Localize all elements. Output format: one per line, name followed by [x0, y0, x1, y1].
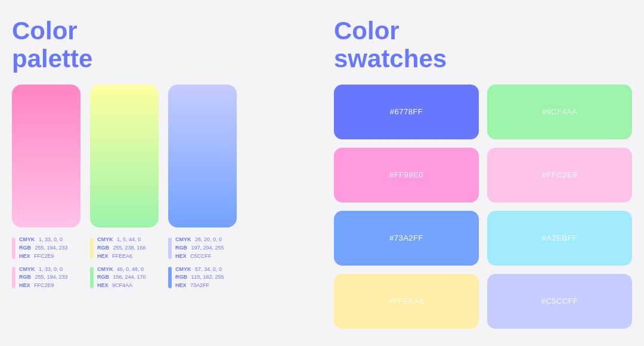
yellow-info-row: CMYK 1, 5, 44, 0 RGB 255, 238, 166 HEX F…	[90, 236, 159, 261]
pink-gradient-swatch	[12, 85, 80, 227]
yellow-green-gradient-swatch	[90, 85, 159, 227]
swatch-pink-bright: #FF99E0	[334, 148, 479, 202]
swatch-blue-dark: #6778FF	[334, 85, 479, 139]
blue-text: CMYK 57, 34, 0, 0 RGB 115, 162, 255 HEX …	[175, 266, 224, 291]
blue-light-dot	[168, 238, 172, 259]
pink-text-2: CMYK 1, 33, 0, 0 RGB 255, 194, 233 HEX F…	[19, 266, 68, 291]
swatch-yellow-light: #FFEEA6	[334, 274, 479, 329]
palette-swatches-row: CMYK 1, 33, 0, 0 RGB 255, 194, 233 HEX F…	[12, 85, 310, 295]
green-dot	[90, 267, 94, 288]
swatch-purple-light-label: #C5CCFF	[541, 297, 578, 306]
swatch-pink-bright-label: #FF99E0	[389, 170, 423, 179]
blue-dot	[168, 267, 172, 288]
green-text: CMYK 46, 0, 48, 0 RGB 156, 244, 170 HEX …	[97, 266, 146, 291]
color-palette-section: Color palette CMYK 1, 33, 0, 0 RGB 255, …	[12, 17, 310, 328]
pink-info-row-2: CMYK 1, 33, 0, 0 RGB 255, 194, 233 HEX F…	[12, 266, 80, 291]
swatch-green-light: #9CF4AA	[487, 85, 632, 139]
green-info-row: CMYK 46, 0, 48, 0 RGB 156, 244, 170 HEX …	[90, 266, 159, 291]
swatch-cyan-light-label: #A2EBFF	[542, 233, 578, 242]
pink-dot-2	[12, 267, 16, 288]
swatch-blue-dark-label: #6778FF	[390, 107, 423, 116]
blue-info-row: CMYK 57, 34, 0, 0 RGB 115, 162, 255 HEX …	[168, 266, 237, 291]
pink-info-row-1: CMYK 1, 33, 0, 0 RGB 255, 194, 233 HEX F…	[12, 236, 80, 261]
palette-yellow-green: CMYK 1, 5, 44, 0 RGB 255, 238, 166 HEX F…	[90, 85, 159, 295]
swatch-pink-light-label: #FFC2E9	[542, 170, 577, 179]
blue-light-text: CMYK 26, 20, 0, 0 RGB 197, 204, 255 HEX …	[175, 236, 224, 261]
swatches-grid: #6778FF #9CF4AA #FF99E0 #FFC2E9 #73A2FF …	[334, 85, 632, 329]
swatch-cyan-light: #A2EBFF	[487, 211, 632, 266]
blue-purple-color-info: CMYK 26, 20, 0, 0 RGB 197, 204, 255 HEX …	[168, 236, 237, 295]
pink-dot-1	[12, 238, 16, 259]
yellow-green-color-info: CMYK 1, 5, 44, 0 RGB 255, 238, 166 HEX F…	[90, 236, 159, 295]
yellow-text: CMYK 1, 5, 44, 0 RGB 255, 238, 166 HEX F…	[97, 236, 146, 261]
swatch-green-light-label: #9CF4AA	[542, 107, 578, 116]
main-container: Color palette CMYK 1, 33, 0, 0 RGB 255, …	[12, 17, 632, 328]
swatch-blue-medium: #73A2FF	[334, 211, 479, 266]
palette-blue-purple: CMYK 26, 20, 0, 0 RGB 197, 204, 255 HEX …	[168, 85, 237, 295]
pink-color-info: CMYK 1, 33, 0, 0 RGB 255, 194, 233 HEX F…	[12, 236, 80, 295]
palette-title: Color palette	[12, 17, 310, 72]
pink-text-1: CMYK 1, 33, 0, 0 RGB 255, 194, 233 HEX F…	[19, 236, 68, 261]
color-swatches-section: Color swatches #6778FF #9CF4AA #FF99E0 #…	[334, 17, 632, 328]
swatch-pink-light: #FFC2E9	[487, 148, 632, 202]
blue-light-info-row: CMYK 26, 20, 0, 0 RGB 197, 204, 255 HEX …	[168, 236, 237, 261]
swatch-yellow-light-label: #FFEEA6	[389, 297, 425, 306]
swatch-purple-light: #C5CCFF	[487, 274, 632, 329]
yellow-dot	[90, 238, 94, 259]
swatches-title: Color swatches	[334, 17, 632, 72]
palette-pink: CMYK 1, 33, 0, 0 RGB 255, 194, 233 HEX F…	[12, 85, 80, 295]
swatch-blue-medium-label: #73A2FF	[389, 233, 423, 242]
blue-purple-gradient-swatch	[168, 85, 237, 227]
